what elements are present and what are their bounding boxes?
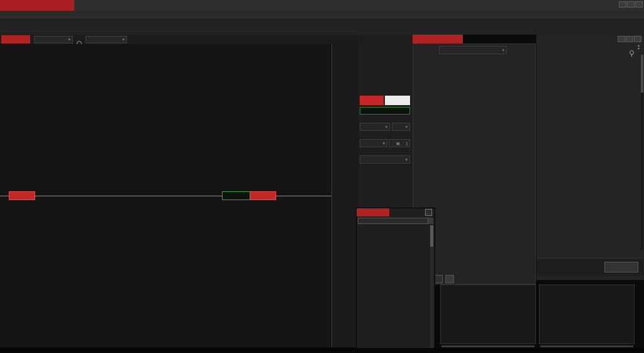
chart-order-pnl-box [222,191,250,200]
chart-order-qty-box[interactable] [250,191,276,200]
menu-bar [0,0,644,11]
settings-scroll-arrows-icon[interactable]: ▲▼ [637,44,640,50]
fx-scrollbar-left[interactable] [441,345,535,347]
settings-restore-button[interactable] [626,36,633,42]
order-qty-stepper[interactable]: ▦ ▴▾ [389,139,410,147]
databox-scrollbar[interactable] [430,225,433,351]
orders-header-row [0,11,644,20]
fx-tile-eurchf [539,284,635,344]
chart-instrument-select[interactable]: ▾ [34,36,73,43]
window-close-button[interactable] [635,1,643,8]
display-select[interactable]: ▾ [439,46,507,54]
tab-databox[interactable] [357,208,389,216]
chart-price-line [0,196,331,196]
chart-tab-bar: ▾ ▾ [0,35,360,44]
analyzer-add-tab-button[interactable] [445,275,454,283]
ct-instrument-select[interactable]: ▾ [360,123,390,131]
taskbar-strip [0,348,644,353]
settings-close-button[interactable] [634,36,641,42]
run-button[interactable] [604,262,638,272]
tif-select[interactable]: ▾ [392,123,410,131]
unrealized-pnl-display [360,107,410,115]
chart-order-qty-left[interactable] [9,191,35,200]
ninjatrader-desktop: { "colors":{"accent_red":"#b12222","sell… [0,0,644,353]
window-minimize-button[interactable] [619,1,626,8]
orders-grid [0,11,644,35]
atm-strategy-select[interactable]: ▾ [360,155,410,164]
databox-window [356,208,435,353]
account-select[interactable]: ▾ [360,139,387,147]
chart-trader-panel: ▾ ▾ ▾ ▦ ▴▾ ▾ [358,35,413,208]
order-price-display[interactable] [385,96,410,105]
tab-strategy-analyzer[interactable] [413,35,463,43]
qty-grid-icon[interactable]: ▦ [396,141,400,145]
fx-tile-audusd [440,284,536,344]
ninjatrader-logo [0,0,74,11]
fx-scrollbar-right[interactable] [540,345,633,347]
window-restore-button[interactable] [627,1,635,8]
settings-panel: ▲▼ [536,35,644,280]
databox-scroll-up-icon[interactable] [428,218,433,224]
order-quantity-display[interactable] [360,96,384,105]
qty-spinner-icon[interactable]: ▴▾ [406,141,408,146]
settings-minimize-button[interactable] [618,36,625,42]
databox-close-button[interactable] [425,209,432,216]
pin-icon[interactable] [630,50,634,55]
settings-scrollbar[interactable] [641,55,643,250]
tab-chart[interactable] [1,35,30,43]
chart-interval-select[interactable]: ▾ [86,36,127,43]
run-bar [536,258,643,276]
databox-week-row [358,218,428,224]
